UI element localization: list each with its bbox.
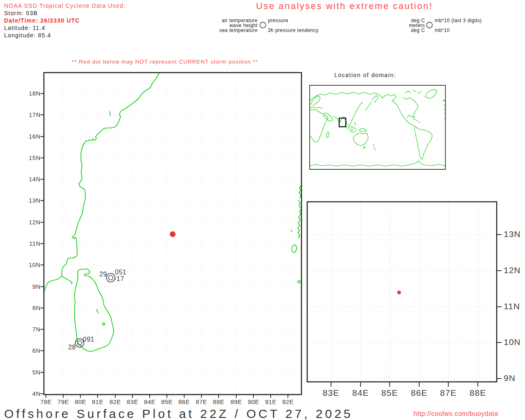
storm-info-longitude: Longitude: 85.4 xyxy=(4,32,126,39)
storm-info-block: NOAA SSD Tropical Cyclone Data Used: Sto… xyxy=(4,2,126,39)
andaman-islands xyxy=(291,185,301,283)
main-map-x-tick-89E: 89E xyxy=(228,398,244,405)
legend-sea-temperature-label: sea temperature xyxy=(176,27,258,33)
main-map-y-tick-13N: 13N xyxy=(23,197,41,204)
storm-position-dot-main xyxy=(170,231,176,237)
axis-tick-marks xyxy=(41,94,502,398)
main-map-y-tick-18N: 18N xyxy=(23,90,41,97)
zoom-map-x-tick-88E: 88E xyxy=(465,388,491,398)
world-coastlines xyxy=(310,89,445,166)
legend-sea-temp-units: deg C xyxy=(363,27,425,33)
legend-pressure-units: mb*10 (last 3 digits) xyxy=(435,18,482,23)
main-map-y-tick-8N: 8N xyxy=(23,304,41,311)
main-map-y-tick-7N: 7N xyxy=(23,326,41,333)
storm-info-storm: Storm: 03B xyxy=(4,9,126,17)
zoom-map-y-tick-9N: 9N xyxy=(504,373,525,383)
main-map-y-tick-14N: 14N xyxy=(23,176,41,183)
legend-station-circle-left xyxy=(260,22,266,28)
main-map-x-tick-85E: 85E xyxy=(159,398,175,405)
station-2-air-temperature: 28 xyxy=(64,344,76,351)
zoom-map-x-tick-84E: 84E xyxy=(347,388,374,398)
station-1-air-temperature: 29 xyxy=(95,271,107,278)
main-map-y-tick-12N: 12N xyxy=(23,219,41,226)
zoom-map-frame xyxy=(307,202,497,382)
main-map-x-tick-92E: 92E xyxy=(280,398,296,405)
caution-banner: Use analyses with extreme caution! xyxy=(256,1,433,11)
main-map-x-tick-80E: 80E xyxy=(72,398,89,405)
inset-map-title: Location of domain: xyxy=(334,72,396,78)
storm-info-latitude: Latitude: 11.4 xyxy=(4,24,126,32)
main-map-x-tick-86E: 86E xyxy=(176,398,192,405)
legend-station-circle-right xyxy=(427,22,432,28)
india-east-coastline xyxy=(44,73,160,293)
zoom-map-x-tick-87E: 87E xyxy=(435,388,461,398)
plot-title: Offshore Surface Plot at 22Z / OCT 27, 2… xyxy=(4,407,353,420)
zoom-map-y-tick-12N: 12N xyxy=(504,265,525,275)
main-map-x-tick-83E: 83E xyxy=(124,398,141,405)
zoom-map-y-tick-10N: 10N xyxy=(504,337,525,347)
main-map-y-tick-16N: 16N xyxy=(23,133,41,140)
main-map-coastlines xyxy=(44,73,301,352)
main-map-x-tick-79E: 79E xyxy=(55,398,71,405)
zoom-map-x-tick-83E: 83E xyxy=(318,388,344,398)
main-map-x-tick-88E: 88E xyxy=(210,398,227,405)
main-map-y-tick-10N: 10N xyxy=(23,261,41,268)
red-dot-warning: ** Red dot below may NOT represent CURRE… xyxy=(72,59,258,65)
legend-tendency-units: mb*10 xyxy=(435,27,450,33)
main-map-x-tick-78E: 78E xyxy=(38,398,54,405)
main-map-x-tick-87E: 87E xyxy=(193,398,210,405)
buoydata-link[interactable]: http://coolwx.com/buoydata xyxy=(413,410,498,418)
storm-position-dot-zoom xyxy=(397,291,401,294)
storm-info-datetime: Date/Time: 26/2330 UTC xyxy=(4,17,126,24)
main-map-x-tick-90E: 90E xyxy=(245,398,262,405)
storm-info-source: NOAA SSD Tropical Cyclone Data Used: xyxy=(4,2,126,9)
zoom-map-y-tick-13N: 13N xyxy=(504,229,525,239)
zoom-map-x-tick-86E: 86E xyxy=(406,388,432,398)
station-plot-circles xyxy=(75,274,115,347)
domain-location-rectangle xyxy=(339,118,346,127)
main-map-y-tick-6N: 6N xyxy=(23,347,41,354)
legend-pressure-tendency-label: 3h pressure tendency xyxy=(268,27,318,33)
main-map-y-tick-5N: 5N xyxy=(23,369,41,376)
main-map-x-tick-81E: 81E xyxy=(89,398,106,405)
main-map-y-tick-9N: 9N xyxy=(23,283,41,290)
offshore-surface-plot-page: { "header": { "data_source": "NOAA SSD T… xyxy=(0,0,525,420)
legend-pressure-label: pressure xyxy=(268,18,288,23)
world-inset-frame xyxy=(310,85,445,169)
station-2-pressure: 091 xyxy=(83,336,94,343)
main-map-x-tick-82E: 82E xyxy=(107,398,123,405)
zoom-map-x-tick-85E: 85E xyxy=(377,388,403,398)
main-map-y-tick-11N: 11N xyxy=(23,240,41,247)
sri-lanka-interior-marks xyxy=(96,310,105,325)
gridlines xyxy=(44,73,497,395)
station-1-pressure-tendency: -17 xyxy=(114,275,124,283)
world-inset-map xyxy=(310,85,445,169)
coastal-island-mark xyxy=(110,112,110,116)
main-map-y-tick-4N: 4N xyxy=(23,390,41,397)
station-1-inner-circle xyxy=(109,276,113,280)
main-map-y-tick-15N: 15N xyxy=(23,154,41,161)
main-map-x-tick-91E: 91E xyxy=(262,398,279,405)
zoom-map-y-tick-11N: 11N xyxy=(504,301,525,311)
main-map-y-tick-17N: 17N xyxy=(23,111,41,118)
main-map-x-tick-84E: 84E xyxy=(142,398,158,405)
